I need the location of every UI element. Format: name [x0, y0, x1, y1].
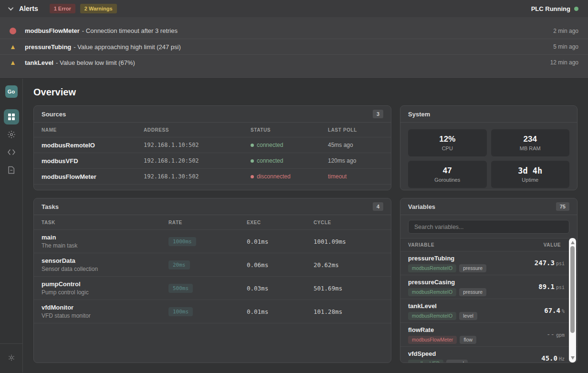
alert-severity-icon	[10, 28, 25, 34]
sidebar-item-docs[interactable]	[4, 162, 19, 177]
task-rate-pill: 20ms	[168, 260, 190, 269]
variable-value-number: 89.1	[538, 283, 555, 290]
warning-count-badge[interactable]: 2 Warnings	[80, 4, 117, 13]
variables-table-body: pressureTubing modbusRemoteIO pressure 2…	[400, 251, 577, 363]
stat-label: Goroutines	[434, 177, 460, 183]
variable-value: 67.4 %	[544, 307, 565, 314]
variable-table-row[interactable]: tankLevel modbusRemoteIO level 67.4 %	[400, 299, 577, 323]
source-address: 192.168.1.10:502	[144, 142, 251, 148]
alerts-header: Alerts 1 Error 2 Warnings PLC Running	[0, 0, 588, 17]
alert-timestamp: 5 min ago	[553, 43, 578, 50]
source-address: 192.168.1.20:502	[144, 157, 251, 164]
search-wrap	[400, 215, 577, 238]
variable-value: 247.3 psi	[535, 259, 565, 267]
variable-value-unit: psi	[556, 261, 565, 266]
task-description: Sensor data collection	[42, 266, 168, 272]
variable-value-number: 247.3	[535, 259, 555, 267]
sources-count-badge: 3	[373, 110, 383, 118]
task-table-row[interactable]: vfdMonitor VFD status monitor 100ms 0.01…	[34, 300, 391, 323]
sidebar-item-code[interactable]	[4, 145, 19, 160]
variable-value-unit: %	[562, 309, 565, 314]
alert-severity-icon	[10, 43, 25, 50]
scrollbar-thumb[interactable]	[570, 246, 575, 333]
task-rate-pill: 500ms	[168, 284, 193, 293]
tasks-table-header: TASK RATE EXEC CYCLE	[34, 215, 391, 230]
stat-label: MB RAM	[520, 145, 541, 151]
source-status: connected	[251, 157, 328, 164]
column-header-name: NAME	[42, 127, 144, 133]
variables-panel-header: Variables 75	[400, 198, 577, 215]
variables-title: Variables	[408, 203, 435, 210]
task-name: sensorData	[42, 257, 168, 264]
error-count-badge[interactable]: 1 Error	[50, 4, 75, 13]
variable-value: 89.1 psi	[538, 283, 565, 290]
variable-tags: modbusRemoteIO level	[408, 312, 563, 320]
variable-tags: modbusFlowMeter flow	[408, 336, 563, 344]
column-header-cycle: CYCLE	[314, 220, 383, 225]
variable-table-row[interactable]: pressureCasing modbusRemoteIO pressure 8…	[400, 275, 577, 299]
tasks-title: Tasks	[42, 203, 59, 210]
sidebar-item-variables[interactable]	[4, 127, 19, 142]
column-header-last-poll: LAST POLL	[328, 127, 383, 133]
task-table-row[interactable]: main The main task 1000ms 0.01ms 1001.09…	[34, 230, 391, 253]
alert-row[interactable]: pressureTubing - Value approaching high …	[0, 39, 588, 54]
variables-table-header: VARIABLE VALUE	[400, 238, 577, 251]
task-name-cell: pumpControl Pump control logic	[42, 280, 168, 296]
chevron-down-icon[interactable]	[8, 5, 13, 10]
variable-source-tag: modbusRemoteIO	[408, 288, 456, 296]
variable-type-tag: flow	[460, 336, 476, 344]
source-last-poll: 45ms ago	[328, 142, 383, 148]
variable-table-row[interactable]: flowRate modbusFlowMeter flow -- gpm	[400, 323, 577, 347]
system-panel: System 12% CPU 234 MB RAM 47 Goroutines …	[400, 105, 578, 190]
sidebar-item-dashboard[interactable]	[4, 109, 19, 124]
task-cycle-time: 501.69ms	[314, 285, 383, 292]
task-name-cell: vfdMonitor VFD status monitor	[42, 304, 168, 319]
variable-name: tankLevel	[408, 302, 563, 310]
column-header-variable: VARIABLE	[408, 242, 434, 248]
sources-table-body: modbusRemoteIO 192.168.1.10:502 connecte…	[34, 137, 391, 185]
code-icon	[7, 149, 16, 155]
dotted-circle-icon	[7, 130, 16, 139]
task-exec-time: 0.01ms	[247, 308, 314, 315]
variable-table-row[interactable]: vfdSpeed modbusVFD speed 45.0 Hz	[400, 347, 577, 363]
content-area: Go	[0, 79, 588, 373]
source-last-poll: 120ms ago	[328, 157, 383, 164]
variable-value-unit: psi	[556, 285, 565, 290]
task-table-row[interactable]: sensorData Sensor data collection 20ms 0…	[34, 253, 391, 277]
task-cycle-time: 1001.09ms	[314, 238, 383, 245]
system-stat-card: 234 MB RAM	[491, 129, 570, 156]
stat-value: 12%	[439, 135, 455, 144]
page-title: Overview	[33, 86, 578, 98]
alert-variable-name: modbusFlowMeter	[25, 27, 80, 34]
alert-row[interactable]: tankLevel - Value below low limit (67%) …	[0, 54, 588, 70]
stat-value: 3d 4h	[518, 166, 542, 176]
task-exec-time: 0.06ms	[247, 261, 314, 269]
system-title: System	[408, 111, 430, 118]
tasks-panel-header: Tasks 4	[34, 198, 391, 215]
variable-type-tag: pressure	[459, 288, 486, 296]
alert-row[interactable]: modbusFlowMeter - Connection timeout aft…	[0, 23, 588, 39]
source-table-row[interactable]: modbusFlowMeter 192.168.1.30:502 disconn…	[34, 169, 391, 185]
variable-name: vfdSpeed	[408, 350, 563, 357]
system-stats-grid: 12% CPU 234 MB RAM 47 Goroutines 3d 4h U…	[400, 123, 577, 190]
variable-value: 45.0 Hz	[541, 354, 565, 362]
variable-value-number: 45.0	[541, 354, 557, 362]
task-name-cell: sensorData Sensor data collection	[42, 257, 168, 272]
task-name: vfdMonitor	[42, 304, 168, 311]
scroll-down-arrow-icon[interactable]	[571, 356, 575, 360]
variable-table-row[interactable]: pressureTubing modbusRemoteIO pressure 2…	[400, 251, 577, 275]
variable-source-tag: modbusFlowMeter	[408, 336, 457, 344]
sidebar-item-settings[interactable]	[4, 350, 19, 365]
source-table-row[interactable]: modbusVFD 192.168.1.20:502 connected 120…	[34, 153, 391, 169]
stat-label: Uptime	[522, 177, 538, 183]
stat-value: 47	[443, 166, 452, 176]
source-table-row[interactable]: modbusRemoteIO 192.168.1.10:502 connecte…	[34, 137, 391, 153]
scroll-up-arrow-icon[interactable]	[571, 241, 575, 244]
variable-value-unit: Hz	[559, 356, 565, 362]
go-logo[interactable]: Go	[5, 85, 18, 98]
task-table-row[interactable]: pumpControl Pump control logic 500ms 0.0…	[34, 277, 391, 300]
stat-label: CPU	[442, 145, 453, 151]
variables-scrollbar[interactable]	[569, 238, 576, 363]
variables-search-input[interactable]	[408, 220, 569, 234]
alert-timestamp: 2 min ago	[553, 28, 578, 34]
